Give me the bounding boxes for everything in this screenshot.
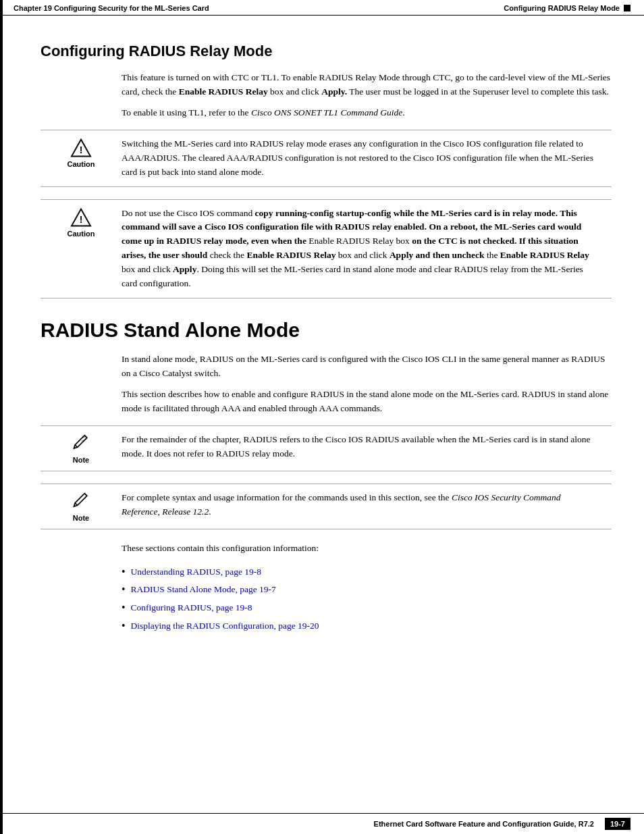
note-body-2: For complete syntax and usage informatio… [122, 491, 612, 522]
list-item-stand-alone-mode: RADIUS Stand Alone Mode, page 19-7 [122, 583, 612, 597]
caution-label-1: Caution [68, 160, 95, 168]
header-square-icon [624, 5, 630, 11]
note-pencil-icon-1 [72, 434, 90, 453]
caution-block-1: ! Caution Switching the ML-Series card i… [41, 130, 612, 187]
note-icon-col-2: Note [41, 491, 122, 522]
footer-title: Ethernet Card Software Feature and Confi… [304, 820, 594, 828]
note2-italic: Cisco IOS Security Command Reference, Re… [122, 492, 561, 517]
note-label-1: Note [73, 456, 89, 464]
note-pencil-icon-2 [72, 492, 90, 511]
left-border [0, 0, 3, 834]
header-section-text: Configuring RADIUS Relay Mode [504, 4, 620, 12]
header-section: Configuring RADIUS Relay Mode [504, 4, 630, 12]
tl1-guide-italic: Cisco ONS SONET TL1 Command Guide [251, 107, 402, 118]
caution-body-2: Do not use the Cisco IOS command copy ru… [122, 207, 612, 292]
sections-intro-text: These sections contain this configuratio… [122, 542, 612, 556]
caution2-bold4: Apply and then uncheck [390, 250, 485, 260]
section-heading-relay-mode: Configuring RADIUS Relay Mode [41, 43, 612, 60]
enable-radius-relay-bold: Enable RADIUS Relay [179, 86, 268, 97]
relay-mode-para1: This feature is turned on with CTC or TL… [122, 71, 612, 99]
relay-mode-intro: This feature is turned on with CTC or TL… [122, 71, 612, 120]
note-icon-col-1: Note [41, 433, 122, 464]
link-configuring-radius[interactable]: Configuring RADIUS, page 19-8 [131, 601, 252, 615]
caution2-bold3: Enable RADIUS Relay [246, 250, 336, 260]
link-stand-alone-mode[interactable]: RADIUS Stand Alone Mode, page 19-7 [131, 583, 276, 596]
page-header: Chapter 19 Configuring Security for the … [0, 0, 644, 16]
stand-alone-para1: In stand alone mode, RADIUS on the ML-Se… [122, 353, 612, 381]
caution-icon-col-2: ! Caution [41, 207, 122, 292]
svg-text:!: ! [80, 145, 83, 155]
stand-alone-intro: In stand alone mode, RADIUS on the ML-Se… [122, 353, 612, 416]
note-block-2: Note For complete syntax and usage infor… [41, 484, 612, 529]
note-body-1: For the remainder of the chapter, RADIUS… [122, 433, 612, 464]
caution-triangle-icon-2: ! [70, 208, 92, 227]
stand-alone-para2: This section describes how to enable and… [122, 388, 612, 416]
header-chapter: Chapter 19 Configuring Security for the … [14, 4, 209, 12]
link-understanding-radius[interactable]: Understanding RADIUS, page 19-8 [131, 565, 261, 579]
config-links-list: Understanding RADIUS, page 19-8 RADIUS S… [122, 565, 612, 633]
caution-icon-col-1: ! Caution [41, 137, 122, 180]
sections-intro-para: These sections contain this configuratio… [122, 542, 612, 556]
caution-body-1: Switching the ML-Series card into RADIUS… [122, 137, 612, 180]
caution-block-2: ! Caution Do not use the Cisco IOS comma… [41, 199, 612, 299]
note-block-1: Note For the remainder of the chapter, R… [41, 425, 612, 471]
caution-triangle-icon-1: ! [70, 138, 92, 157]
relay-mode-para2: To enable it using TL1, refer to the Cis… [122, 106, 612, 120]
svg-text:!: ! [80, 213, 83, 224]
list-item-displaying-radius: Displaying the RADIUS Configuration, pag… [122, 619, 612, 633]
link-displaying-radius[interactable]: Displaying the RADIUS Configuration, pag… [131, 619, 319, 633]
list-item-understanding-radius: Understanding RADIUS, page 19-8 [122, 565, 612, 579]
note-label-2: Note [73, 514, 89, 522]
apply-bold: Apply. [321, 86, 347, 97]
list-item-configuring-radius: Configuring RADIUS, page 19-8 [122, 601, 612, 615]
footer-page-number: 19-7 [605, 818, 630, 830]
page-footer: Ethernet Card Software Feature and Confi… [0, 813, 644, 834]
main-content: Configuring RADIUS Relay Mode This featu… [0, 16, 644, 681]
caution-label-2: Caution [68, 230, 95, 238]
caution2-bold5: Enable RADIUS Relay [500, 250, 589, 260]
section-heading-stand-alone: RADIUS Stand Alone Mode [41, 319, 612, 342]
caution2-bold6: Apply [173, 264, 196, 274]
